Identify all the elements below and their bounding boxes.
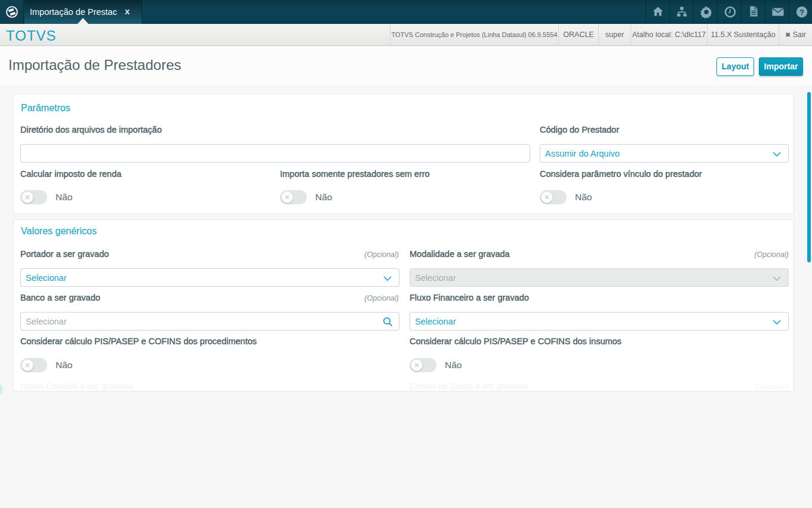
svg-text:?: ? (799, 8, 804, 17)
